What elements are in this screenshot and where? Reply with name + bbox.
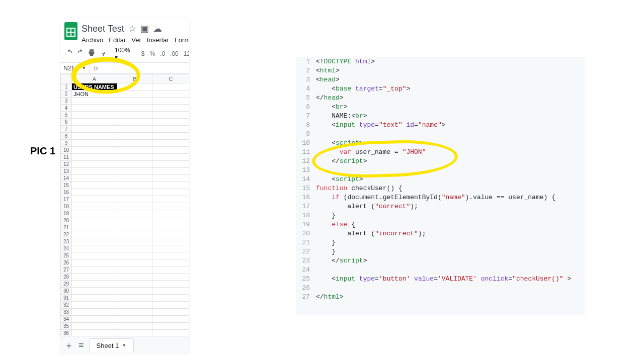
cell[interactable] <box>117 274 152 281</box>
cell[interactable] <box>152 231 190 238</box>
cell[interactable] <box>152 302 190 309</box>
cell[interactable] <box>117 90 152 98</box>
code-line[interactable]: </head> <box>316 94 585 103</box>
cell[interactable] <box>152 133 190 140</box>
row-header[interactable]: 33 <box>61 309 72 316</box>
cell[interactable] <box>72 266 117 274</box>
cell[interactable] <box>117 266 152 274</box>
row-header[interactable]: 9 <box>61 140 72 147</box>
cell[interactable] <box>72 302 117 309</box>
cell[interactable] <box>152 281 190 288</box>
zoom-dropdown[interactable]: 100% ▾ <box>115 47 132 61</box>
cell[interactable] <box>117 316 152 323</box>
row-header[interactable]: 26 <box>61 259 72 266</box>
font-size[interactable]: 12 <box>183 50 189 57</box>
code-line[interactable]: } <box>316 247 585 256</box>
cell[interactable] <box>72 288 117 295</box>
cell[interactable] <box>152 154 190 161</box>
cell[interactable] <box>72 182 117 189</box>
name-box[interactable]: N21▼ <box>60 64 90 73</box>
menu-archivo[interactable]: Archivo <box>82 36 103 44</box>
cell[interactable] <box>117 295 152 302</box>
cell[interactable] <box>117 281 152 288</box>
row-header[interactable]: 6 <box>61 119 72 126</box>
cell[interactable] <box>117 252 152 259</box>
cell[interactable] <box>117 196 152 203</box>
menu-editar[interactable]: Editar <box>109 36 126 44</box>
cell[interactable] <box>152 182 190 189</box>
select-all-corner[interactable] <box>61 74 72 83</box>
row-header[interactable]: 2 <box>61 90 72 98</box>
row-header[interactable]: 31 <box>61 295 72 302</box>
cell[interactable] <box>72 323 117 330</box>
cell[interactable] <box>117 161 152 168</box>
cell[interactable] <box>152 295 190 302</box>
cell[interactable]: JHON <box>72 90 117 98</box>
col-header-A[interactable]: A <box>72 74 117 83</box>
cell[interactable] <box>72 281 117 288</box>
code-line[interactable]: <head> <box>316 75 585 84</box>
cell[interactable] <box>152 140 190 147</box>
cell[interactable] <box>117 168 152 175</box>
cell[interactable] <box>72 217 117 224</box>
decrease-decimal-button[interactable]: .0 <box>159 50 166 57</box>
row-header[interactable]: 7 <box>61 126 72 133</box>
cell[interactable] <box>117 309 152 316</box>
code-line[interactable]: alert ("correct"); <box>316 202 585 211</box>
cell[interactable] <box>152 119 190 126</box>
menu-insertar[interactable]: Insertar <box>147 36 169 44</box>
cell[interactable] <box>72 316 117 323</box>
cell[interactable] <box>72 168 117 175</box>
cell[interactable] <box>117 98 152 105</box>
redo-button[interactable] <box>76 49 85 58</box>
cell[interactable] <box>72 140 117 147</box>
cell[interactable] <box>152 274 190 281</box>
cell[interactable] <box>72 133 117 140</box>
cell[interactable] <box>117 189 152 196</box>
code-line[interactable]: <html> <box>316 66 585 75</box>
cell[interactable] <box>72 126 117 133</box>
row-header[interactable]: 5 <box>61 112 72 119</box>
move-icon[interactable]: ▣ <box>140 23 149 34</box>
row-header[interactable]: 4 <box>61 105 72 112</box>
cell[interactable] <box>117 140 152 147</box>
cell[interactable] <box>72 147 117 154</box>
cell[interactable] <box>152 98 190 105</box>
menu-ver[interactable]: Ver <box>131 36 141 44</box>
code-line[interactable]: NAME:<br> <box>316 112 585 121</box>
code-line[interactable]: </script> <box>316 157 585 166</box>
format-percent-button[interactable]: % <box>148 50 156 57</box>
row-header[interactable]: 29 <box>61 281 72 288</box>
cell[interactable] <box>152 259 190 266</box>
cell[interactable] <box>117 238 152 245</box>
all-sheets-button[interactable]: ≡ <box>78 340 84 350</box>
cell[interactable] <box>117 231 152 238</box>
cell[interactable] <box>152 224 190 231</box>
cell[interactable] <box>117 259 152 266</box>
cell[interactable] <box>72 210 117 217</box>
cell[interactable] <box>152 316 190 323</box>
cell[interactable] <box>117 302 152 309</box>
cell[interactable] <box>117 133 152 140</box>
cell[interactable] <box>117 154 152 161</box>
cell[interactable] <box>152 252 190 259</box>
row-header[interactable]: 8 <box>61 133 72 140</box>
row-header[interactable]: 11 <box>61 154 72 161</box>
row-header[interactable]: 17 <box>61 196 72 203</box>
cell[interactable] <box>72 189 117 196</box>
cell[interactable] <box>152 126 190 133</box>
cell[interactable] <box>117 210 152 217</box>
cell[interactable] <box>152 210 190 217</box>
cell[interactable] <box>117 119 152 126</box>
row-header[interactable]: 30 <box>61 288 72 295</box>
cell[interactable] <box>72 112 117 119</box>
col-header-B[interactable]: B <box>117 74 152 83</box>
cell[interactable] <box>152 266 190 274</box>
cell[interactable] <box>152 196 190 203</box>
sheet-tab-1[interactable]: Sheet 1 ▼ <box>89 338 134 352</box>
cell[interactable] <box>72 245 117 252</box>
code-line[interactable] <box>316 130 585 139</box>
row-header[interactable]: 35 <box>61 323 72 330</box>
code-line[interactable] <box>316 166 585 175</box>
row-header[interactable]: 19 <box>61 210 72 217</box>
